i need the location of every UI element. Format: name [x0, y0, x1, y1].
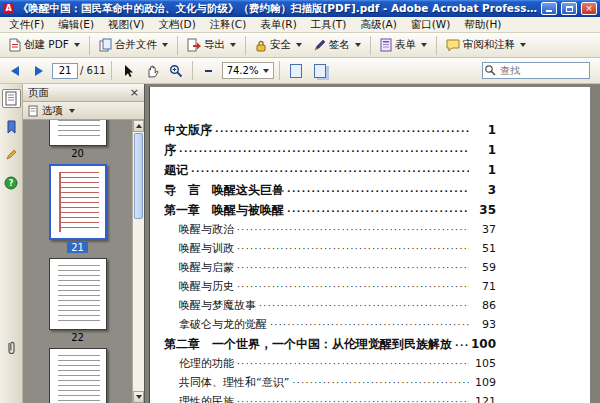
- menu-item-document[interactable]: 文档(D): [151, 17, 202, 33]
- zoom-tool-button[interactable]: [165, 61, 187, 81]
- next-page-button[interactable]: [28, 61, 50, 81]
- thumbnail-label: 20: [23, 148, 132, 159]
- export-button[interactable]: 导出: [182, 35, 241, 55]
- document-area: 中文版序 1 序 1 题记 1 导 言 唤醒这: [145, 84, 600, 403]
- dot-leader: [287, 184, 469, 198]
- navigation-pane-strip: ?: [0, 84, 23, 403]
- toolbar-separator: [370, 36, 371, 55]
- scroll-down-button[interactable]: [133, 391, 144, 403]
- scrollbar-thumb[interactable]: [134, 133, 143, 219]
- toc-entry-page: 100: [471, 337, 496, 351]
- chevron-down-icon: [520, 43, 526, 47]
- pencil-icon: [5, 148, 18, 161]
- toc-entry-page: 93: [472, 318, 496, 332]
- find-area: [482, 62, 590, 79]
- combine-files-button[interactable]: 合并文件: [94, 35, 173, 55]
- menu-item-file[interactable]: 文件(F): [2, 17, 51, 33]
- zoom-out-button[interactable]: [198, 61, 220, 81]
- find-input[interactable]: [482, 62, 590, 79]
- scrollbar-track[interactable]: [133, 220, 144, 391]
- toc-entry-title: 理性的民族: [179, 395, 234, 403]
- toc-entry-page: 1: [472, 163, 496, 177]
- toc-entry-title: 中文版序: [164, 123, 212, 137]
- menu-item-forms[interactable]: 表单(R): [253, 17, 304, 33]
- toolbar-separator: [279, 61, 280, 80]
- chevron-down-icon: [421, 43, 427, 47]
- zoom-level-dropdown[interactable]: 74.2%: [222, 62, 275, 79]
- create-pdf-button[interactable]: 创建 PDF: [4, 35, 85, 55]
- how-to-panel-button[interactable]: ?: [2, 173, 21, 192]
- thumbnail-content: [59, 172, 99, 232]
- zoom-level-value: 74.2%: [227, 65, 259, 76]
- maximize-icon: [566, 6, 573, 12]
- page-total-label: / 611: [80, 65, 106, 76]
- toc-entry-page: 51: [472, 242, 496, 256]
- toc-entry-page: 37: [472, 223, 496, 237]
- close-button[interactable]: ×: [581, 2, 597, 15]
- toc-entry-page: 1: [472, 123, 496, 137]
- toc-entry-page: 71: [472, 280, 496, 294]
- menu-item-advanced[interactable]: 高级(A): [353, 17, 403, 33]
- previous-page-button[interactable]: [4, 61, 26, 81]
- toc-entry-title: 第二章 一个世界，一个中国：从伦理觉醒到民族解放: [164, 337, 452, 351]
- dot-leader: [287, 204, 469, 218]
- toc-entry-page: 121: [472, 395, 496, 403]
- page-number-input[interactable]: [52, 63, 78, 79]
- thumbnail-page-20[interactable]: 20: [23, 120, 132, 159]
- review-comment-button[interactable]: 审阅和注释: [441, 35, 532, 55]
- bookmarks-panel-button[interactable]: [2, 117, 21, 136]
- toc-entry: 拿破仑与龙的觉醒 93: [179, 318, 496, 332]
- chevron-down-icon: [296, 43, 302, 47]
- sign-button[interactable]: 签名: [308, 35, 366, 55]
- minus-icon: [205, 70, 212, 72]
- forms-button[interactable]: 表单: [375, 35, 432, 55]
- toc-entry-page: 105: [472, 357, 496, 371]
- main-area: ? 页面 × 选项 20: [0, 84, 600, 403]
- toolbar-separator: [177, 36, 178, 55]
- toc-entry: 唤醒与政治 37: [179, 223, 496, 237]
- export-icon: [187, 38, 201, 52]
- svg-text:?: ?: [9, 179, 14, 188]
- thumbnail-page-22[interactable]: 22: [23, 258, 132, 343]
- dot-leader: [259, 299, 469, 313]
- menu-item-window[interactable]: 窗口(W): [404, 17, 458, 33]
- toolbar-separator: [89, 36, 90, 55]
- toc-entry: 题记 1: [164, 163, 496, 178]
- menu-item-view[interactable]: 视图(V): [101, 17, 151, 33]
- hand-icon: [145, 64, 159, 78]
- continuous-view-button[interactable]: [309, 61, 331, 81]
- combine-files-icon: [99, 38, 112, 52]
- scroll-up-button[interactable]: [133, 120, 144, 132]
- toc-entry: 唤醒与梦魔故事 86: [179, 299, 496, 313]
- find-icon: [484, 64, 497, 77]
- menu-item-edit[interactable]: 编辑(E): [51, 17, 101, 33]
- minimize-button[interactable]: [541, 2, 557, 15]
- thumbnail-page-23[interactable]: [23, 348, 132, 403]
- panel-close-icon[interactable]: ×: [130, 87, 139, 98]
- toc-entry-page: 1: [472, 143, 496, 157]
- acrobat-window: A 《唤醒中国：国民革命中的政治、文化与阶级》（费约翰）扫描版[PDF].pdf…: [0, 0, 600, 403]
- attachments-panel-button[interactable]: [2, 338, 21, 357]
- menu-item-comments[interactable]: 注释(C): [203, 17, 254, 33]
- pages-panel-title: 页面: [28, 86, 49, 100]
- signatures-panel-button[interactable]: [2, 145, 21, 164]
- menu-item-tools[interactable]: 工具(T): [304, 17, 354, 33]
- page-thumbnail: [49, 258, 107, 330]
- pages-panel-button[interactable]: [2, 89, 21, 108]
- hand-tool-button[interactable]: [141, 61, 163, 81]
- acrobat-app-icon[interactable]: A: [3, 3, 14, 14]
- secure-button[interactable]: 安全: [250, 35, 307, 55]
- arrow-left-icon: [11, 66, 19, 76]
- thumbnail-page-21[interactable]: 21: [23, 164, 132, 253]
- thumbnail-label-selected: 21: [67, 242, 88, 253]
- select-tool-button[interactable]: [117, 61, 139, 81]
- speech-bubble-icon: [446, 39, 460, 52]
- single-page-view-button[interactable]: [285, 61, 307, 81]
- panel-options-button[interactable]: 选项: [42, 104, 63, 118]
- paperclip-icon: [5, 340, 17, 355]
- lock-icon: [255, 39, 267, 52]
- maximize-button[interactable]: [561, 2, 577, 15]
- toc-entry-title: 唤醒与训政: [179, 242, 234, 256]
- toolbar-separator: [245, 36, 246, 55]
- menu-item-help[interactable]: 帮助(H): [457, 17, 508, 33]
